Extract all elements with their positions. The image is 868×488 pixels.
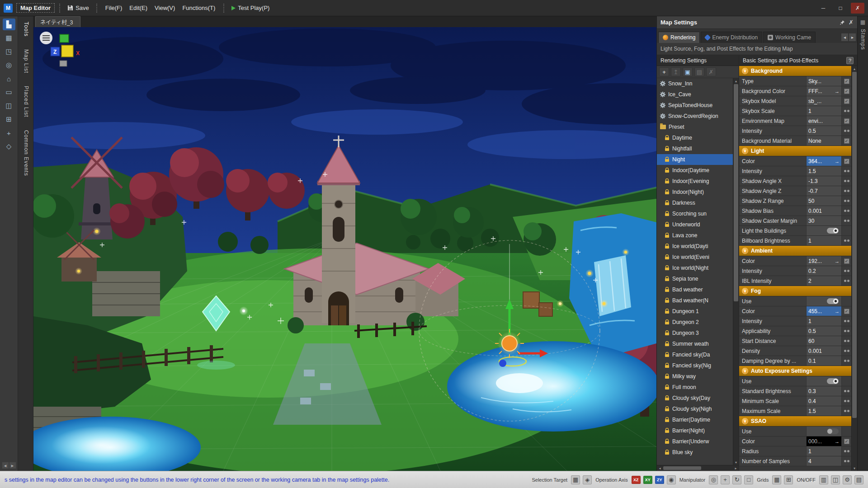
- list-vertical-scrollbar[interactable]: ▴ ▾: [733, 78, 739, 465]
- pin-icon[interactable]: [840, 20, 845, 25]
- toggle-switch[interactable]: [827, 228, 839, 234]
- toggle-switch[interactable]: [827, 428, 839, 434]
- manipulator-scale-button[interactable]: □: [744, 475, 753, 484]
- 3d-scene[interactable]: Z X: [33, 27, 656, 471]
- property-control[interactable]: ✓: [841, 386, 851, 396]
- preset-item[interactable]: Lava zone: [657, 230, 733, 241]
- checkbox-icon[interactable]: ✓: [844, 118, 849, 124]
- property-control[interactable]: ✓: [841, 436, 851, 446]
- stamps-panel-tab[interactable]: ▦ Stamps: [857, 16, 868, 471]
- checkbox-icon[interactable]: ✓: [844, 159, 849, 164]
- display-toggle-1-button[interactable]: ▥: [819, 475, 828, 484]
- preset-item[interactable]: Blue sky: [657, 447, 733, 458]
- checkbox-icon[interactable]: ✓: [844, 79, 849, 84]
- property-value[interactable]: 60 →: [806, 336, 841, 346]
- stepper-icon[interactable]: [844, 340, 846, 342]
- sidebar-tab-common-events[interactable]: Common Events: [22, 128, 29, 178]
- maximize-button[interactable]: □: [834, 3, 847, 14]
- stepper-icon[interactable]: [844, 130, 846, 132]
- stepper-icon[interactable]: [844, 280, 846, 282]
- preset-item[interactable]: Indoor(Night): [657, 187, 733, 197]
- property-control[interactable]: ✓: [841, 196, 851, 206]
- property-control[interactable]: ✓: [841, 376, 851, 386]
- delete-rendering-setting-button[interactable]: ✗: [706, 67, 716, 76]
- preset-item[interactable]: Dungeon 3: [657, 328, 733, 338]
- panel-close-icon[interactable]: ✗: [849, 19, 854, 26]
- stepper-icon[interactable]: [844, 350, 846, 352]
- property-value[interactable]: sb_... →: [806, 96, 841, 106]
- stepper-icon[interactable]: [844, 320, 846, 322]
- checkbox-icon[interactable]: ✓: [844, 439, 849, 444]
- property-value[interactable]: 0.001 →: [806, 346, 841, 356]
- manipulator-select-button[interactable]: ◎: [709, 475, 718, 484]
- property-value[interactable]: 1.5 →: [806, 406, 841, 416]
- settings-button[interactable]: ⚙: [843, 475, 852, 484]
- color-picker-arrow[interactable]: →: [833, 439, 840, 444]
- property-value[interactable]: 1 →: [806, 316, 841, 326]
- gem-tool-icon[interactable]: ◇: [3, 141, 15, 152]
- property-control[interactable]: ✓: [841, 427, 851, 436]
- property-value[interactable]: →: [806, 296, 841, 306]
- property-value[interactable]: 2 →: [806, 276, 841, 286]
- preset-item[interactable]: Summer weath: [657, 338, 733, 349]
- stepper-icon[interactable]: [844, 110, 846, 112]
- preset-item[interactable]: Night: [657, 154, 733, 165]
- preset-item[interactable]: Underworld: [657, 219, 733, 230]
- checkbox-icon[interactable]: ✓: [844, 138, 849, 144]
- manipulator-rotate-button[interactable]: ↻: [732, 475, 741, 484]
- minimize-button[interactable]: ─: [816, 3, 830, 14]
- scroll-right-button[interactable]: ▸: [9, 462, 16, 469]
- grid-tool-icon[interactable]: ⊞: [3, 113, 15, 125]
- list-horizontal-scrollbar[interactable]: ◂ ▸: [657, 465, 739, 471]
- property-value[interactable]: -1.3 →: [806, 176, 841, 186]
- preset-item[interactable]: Dungeon 2: [657, 317, 733, 328]
- section-header[interactable]: ∨ Light: [739, 146, 851, 156]
- layers-button[interactable]: ▤: [854, 475, 863, 484]
- property-value[interactable]: 364... →: [806, 156, 841, 166]
- preset-item[interactable]: Bad weather: [657, 284, 733, 295]
- stepper-icon[interactable]: [844, 180, 846, 182]
- tab-rendering[interactable]: Rendering: [658, 32, 700, 43]
- display-toggle-2-button[interactable]: ◫: [831, 475, 840, 484]
- grid-snap-button[interactable]: ⊞: [784, 475, 793, 484]
- property-value[interactable]: 0.3 →: [806, 386, 841, 396]
- add-rendering-setting-button[interactable]: +: [659, 67, 669, 76]
- preset-item[interactable]: Dungeon 1: [657, 306, 733, 317]
- property-control[interactable]: ✓: [841, 336, 851, 346]
- manipulator-move-button[interactable]: +: [721, 475, 730, 484]
- preset-item[interactable]: Indoor(Evening: [657, 176, 733, 187]
- preset-item[interactable]: Ice world(Dayti: [657, 241, 733, 252]
- section-header[interactable]: ∨ SSAO: [739, 416, 851, 427]
- preset-item[interactable]: Fancied sky(Nig: [657, 360, 733, 371]
- stepper-icon[interactable]: [844, 410, 846, 412]
- import-rendering-setting-button[interactable]: ↥: [671, 67, 681, 76]
- section-header[interactable]: ∨ Background: [739, 66, 851, 76]
- map-tab[interactable]: ネイティ村_3: [35, 16, 80, 27]
- select-tool-icon[interactable]: ▙: [3, 19, 15, 30]
- grids-toggle-button[interactable]: ▦: [772, 475, 781, 484]
- copy-rendering-setting-button[interactable]: ▣: [683, 67, 693, 76]
- property-value[interactable]: -0.7 →: [806, 186, 841, 196]
- selection-terrain-button[interactable]: ▦: [571, 475, 580, 484]
- property-control[interactable]: ✓: [841, 176, 851, 186]
- property-control[interactable]: ✓: [841, 216, 851, 225]
- preset-item[interactable]: Sepia tone: [657, 273, 733, 284]
- property-control[interactable]: ✓: [841, 276, 851, 286]
- stepper-icon[interactable]: [844, 400, 846, 402]
- property-control[interactable]: ✓: [841, 456, 851, 466]
- property-value[interactable]: envi... →: [806, 116, 841, 126]
- stepper-icon[interactable]: [844, 460, 846, 462]
- preset-folder[interactable]: Preset: [657, 122, 733, 132]
- property-control[interactable]: ✓: [841, 156, 851, 166]
- tab-enemy-distribution[interactable]: Enemy Distribution: [701, 32, 762, 43]
- stepper-icon[interactable]: [844, 239, 846, 242]
- property-value[interactable]: 1 →: [806, 236, 841, 245]
- rendering-setting-item[interactable]: Snow-CoverdRegion: [657, 111, 733, 122]
- property-control[interactable]: ✓: [841, 206, 851, 216]
- menu-item[interactable]: Functions(T): [179, 3, 219, 13]
- tab-working-camera[interactable]: Working Came: [763, 32, 816, 43]
- property-control[interactable]: ✓: [841, 446, 851, 456]
- rendering-setting-item[interactable]: SepiaTonedHouse: [657, 100, 733, 111]
- window-close-button[interactable]: ✗: [851, 3, 864, 14]
- property-control[interactable]: ✓: [841, 356, 851, 366]
